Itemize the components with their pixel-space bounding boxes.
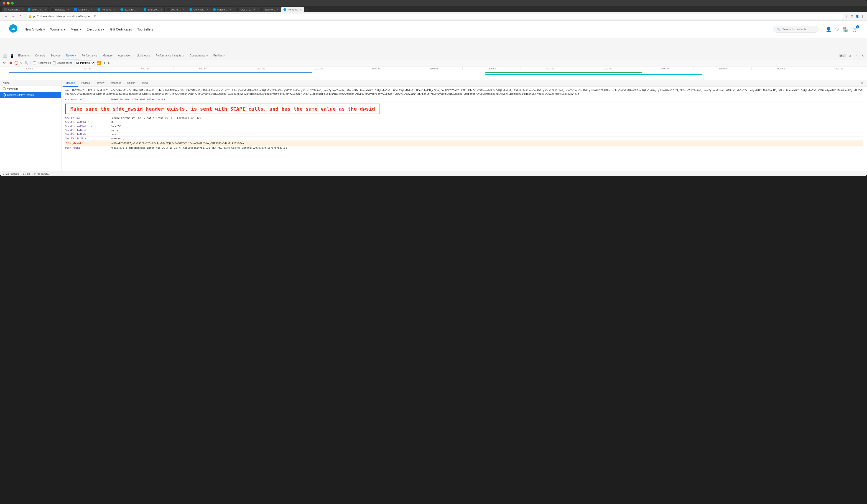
tab-close-7[interactable]: ✕ [160,8,162,11]
nav-womens[interactable]: Womens ▾ [50,28,65,31]
bookmark-icon[interactable]: ☆ [846,14,849,18]
reload-button[interactable]: ↻ [18,14,24,19]
tab-close-3[interactable]: ✕ [68,8,69,11]
tab-close-1[interactable]: ✕ [21,8,23,11]
svg-text:☁: ☁ [11,26,15,31]
clear-button[interactable]: 🚫 [14,61,18,65]
tab-label-9: Commer... [193,8,205,11]
devtools-tab-memory[interactable]: Memory [100,52,115,60]
devtools-tab-application[interactable]: Application [115,52,134,60]
filter-button[interactable]: ▽ [20,61,23,65]
tab-close-12[interactable]: ✕ [277,8,279,11]
detail-tab-timing[interactable]: Timing [138,80,150,87]
tab-close-2[interactable]: ✕ [44,8,46,11]
tab-9[interactable]: Commer... ✕ [187,7,211,12]
tab-close-5[interactable]: ✕ [114,8,116,11]
devtools-tab-lighthouse[interactable]: Lighthouse [134,52,153,60]
request-name-2: baskets?siteId=RefArch [7,94,34,96]
tab-2[interactable]: 2024.10... ✕ [25,7,49,12]
tab-6[interactable]: 2024.10... ✕ [118,7,141,12]
tab-close-6[interactable]: ✕ [137,8,139,11]
tab-close-11[interactable]: ✕ [254,8,255,11]
detail-tab-response[interactable]: Response [107,80,124,87]
search-network-button[interactable]: 🔍 [24,61,28,65]
forward-button[interactable]: → [10,14,17,19]
tab-4[interactable]: (20) [Ho... ✕ [72,7,95,12]
nav-electronics[interactable]: Electronics ▾ [86,28,105,31]
tick-200: 200 ms [0,67,58,70]
tab-close-4[interactable]: ✕ [91,8,93,11]
wishlist-icon[interactable]: ♡ [835,26,839,32]
settings-icon[interactable]: ⚙ [2,60,7,65]
devtools-tab-network[interactable]: Network [63,52,79,60]
devtools-tab-performance-insights[interactable]: Performance insights ⚠ [153,52,187,60]
cart-icon-wrapper[interactable]: 🛒 1 [852,26,858,32]
throttle-select[interactable]: No throttling [74,61,95,65]
tab-10[interactable]: Salesfor... ✕ [211,7,234,12]
devtools-close-button[interactable]: ✕ [860,53,865,58]
tab-favicon-12 [260,8,263,11]
minimize-window-button[interactable] [7,2,10,4]
tab-close-10[interactable]: ✕ [230,8,232,11]
headers-content[interactable]: mNolHNmY2Muc2hvcHBlci1teWFjY291bnQuYWRkc… [62,87,867,171]
request-view-page[interactable]: {} viewPage [0,86,61,92]
tab-11[interactable]: @W-170... ✕ [234,7,258,12]
header-row-sfdc-dwsid: Sfdc_dwsid: uNKvaAESODDT7ga8-1A1E2aTFSzK… [65,141,863,146]
tab-close-13[interactable]: ✕ [300,8,302,11]
devtools-tab-console[interactable]: Console [32,52,48,60]
new-tab-button[interactable]: + [304,7,310,12]
account-icon[interactable]: 👤 [826,26,832,32]
tab-favicon-10 [213,8,216,11]
menu-icon[interactable]: ⋮ [861,14,864,18]
tab-close-8[interactable]: ✕ [183,8,185,11]
profile-icon[interactable]: 👤 [855,14,859,18]
store-icon[interactable]: 🏪 [843,26,848,32]
nav-new-arrivals[interactable]: New Arrivals ▾ [24,28,45,31]
record-button[interactable]: ⏺ [9,61,12,65]
detail-tab-payload[interactable]: Payload [78,80,93,87]
tab-3[interactable]: Release... ✕ [49,7,72,12]
preserve-log-checkbox[interactable]: Preserve log [33,62,51,64]
devtools-tab-performance[interactable]: Performance [79,52,100,60]
request-baskets[interactable]: {} baskets?siteId=RefArch [0,92,61,98]
devtools-inspect-button[interactable]: ⬜ [2,53,9,58]
nav-top-sellers[interactable]: Top Sellers [137,28,153,31]
tab-1[interactable]: Compan... ✕ [2,7,25,12]
search-icon: 🔍 [777,28,781,31]
timeline-bars [0,70,867,78]
main-nav: New Arrivals ▾ Womens ▾ Mens ▾ Electroni… [24,28,153,31]
nav-gift-certificates[interactable]: Gift Certificates [110,28,132,31]
extensions-icon[interactable]: ⚙ [850,14,854,18]
url-input[interactable]: 🔒 prd2.phased-launch-testing.com/home?la… [25,14,844,19]
site-logo[interactable]: ☁ [9,24,17,34]
maximize-window-button[interactable] [11,2,14,4]
tab-12[interactable]: Salesfor... ✕ [258,7,281,12]
tab-close-9[interactable]: ✕ [206,8,208,11]
close-window-button[interactable] [3,2,6,4]
detail-tab-preview[interactable]: Preview [93,80,107,87]
tab-favicon-3 [51,8,54,11]
devtools-more-button[interactable]: ⋮ [854,53,859,58]
devtools-tab-sources[interactable]: Sources [48,52,63,60]
nav-new-arrivals-label: New Arrivals [24,28,42,31]
sec-ch-ua-mobile-value: ?0 [111,121,114,124]
devtools-device-button[interactable]: 📱 [9,53,15,58]
devtools-tab-profiler[interactable]: Profiler ⚙ [211,52,227,60]
devtools-tab-components[interactable]: Components ⚙ [187,52,211,60]
tab-7[interactable]: 2024.10... ✕ [141,7,164,12]
disable-cache-checkbox[interactable]: Disable cache [53,62,72,64]
detail-tab-initiator[interactable]: Initiator [124,80,138,87]
nav-mens[interactable]: Mens ▾ [71,28,81,31]
back-button[interactable]: ← [3,14,9,19]
detail-tab-headers[interactable]: Headers [63,80,78,87]
sec-ch-ua-mobile-name: Sec-Ch-Ua-Mobile: [65,121,111,124]
devtools-settings-button[interactable]: ⚙ [847,53,853,58]
search-bar[interactable]: 🔍 [773,26,818,33]
url-text: prd2.phased-launch-testing.com/home?lang… [33,15,97,18]
details-close-button[interactable]: ✕ [859,80,865,86]
tab-5[interactable]: Home P... ✕ [95,7,118,12]
tab-13[interactable]: Home P... ✕ [281,7,304,12]
search-input[interactable] [782,28,815,31]
tab-8[interactable]: Log In -... ✕ [164,7,187,12]
devtools-tab-elements[interactable]: Elements [15,52,32,60]
